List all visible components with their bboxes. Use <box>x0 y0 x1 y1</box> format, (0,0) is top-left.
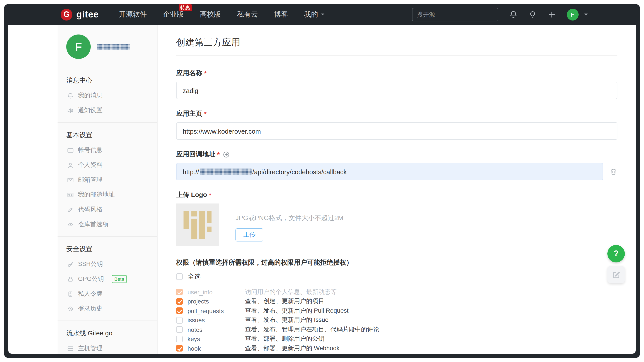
required-asterisk: * <box>209 191 212 199</box>
permission-name: hook <box>188 345 245 352</box>
sidebar-section: 流水线 Gitee go主机管理 <box>58 321 158 354</box>
lock-icon <box>67 276 74 282</box>
sidebar-item-token[interactable]: 私人令牌 <box>58 287 158 301</box>
sidebar-item-speaker[interactable]: 通知设置 <box>58 103 158 118</box>
permission-checkbox-pull_requests[interactable] <box>176 308 183 314</box>
label-text: 应用名称 <box>176 69 202 77</box>
permission-row-user_info: user_info访问用户的个人信息、最新动态等 <box>176 287 618 297</box>
main-panel: 创建第三方应用 应用名称 * 应用主页 * <box>158 25 636 354</box>
required-asterisk: * <box>217 151 220 158</box>
logo-art <box>182 209 213 241</box>
permission-row-groups: groups查看、管理用户的组织以及成员 <box>176 353 618 354</box>
permission-row-hook: hook查看、部署、更新用户的 Webhook <box>176 344 618 353</box>
nav-item-3[interactable]: 私有云 <box>237 10 258 19</box>
add-callback-icon[interactable] <box>223 151 230 158</box>
permissions-title: 权限（请慎重选择所需权限，过高的权限用户可能拒绝授权） <box>176 259 618 267</box>
chevron-down-icon <box>584 14 588 17</box>
feedback-edit-button[interactable] <box>607 266 625 283</box>
upload-button[interactable]: 上传 <box>236 228 263 242</box>
sidebar-item-label: 通知设置 <box>78 107 102 114</box>
sidebar-item-label: 仓库首选项 <box>78 221 108 228</box>
sidebar-item-envelope[interactable]: 邮箱管理 <box>58 172 158 187</box>
permission-description: 查看、发布、更新用户的 Issue <box>245 316 328 324</box>
callback-url-field: 应用回调地址 * http:// /api/directory/codehost… <box>176 150 618 180</box>
nav-item-5[interactable]: 我的 <box>304 10 324 19</box>
gitee-logo[interactable]: G gitee <box>60 9 99 20</box>
redacted-host <box>200 168 251 175</box>
sidebar-section: 基本设置帐号信息个人资料邮箱管理我的邮递地址代码风格仓库首选项 <box>58 123 158 237</box>
logo-row: JPG或PNG格式，文件大小不超过2M 上传 <box>176 204 618 246</box>
code-icon <box>67 221 74 228</box>
permission-name: projects <box>188 298 245 305</box>
permission-row-notes: notes查看、发布、管理用户在项目、代码片段中的评论 <box>176 325 618 334</box>
logo-hint: JPG或PNG格式，文件大小不超过2M <box>236 214 343 222</box>
callback-url-input[interactable]: http:// /api/directory/codehosts/callbac… <box>176 163 603 180</box>
nav-item-label: 私有云 <box>237 10 258 18</box>
app-logo-preview <box>176 204 219 246</box>
permission-checkbox-issues[interactable] <box>176 317 183 324</box>
sidebar-section-title: 基本设置 <box>58 128 158 143</box>
sidebar-item-label: 代码风格 <box>78 206 102 214</box>
nav-item-2[interactable]: 高校版 <box>200 10 221 19</box>
select-all-label: 全选 <box>188 272 200 281</box>
sidebar-item-address-card[interactable]: 我的邮递地址 <box>58 187 158 202</box>
label-text: 应用主页 <box>176 110 202 118</box>
label-text: 应用回调地址 <box>176 150 216 158</box>
settings-sidebar: F 消息中心我的消息通知设置基本设置帐号信息个人资料邮箱管理我的邮递地址代码风格… <box>58 25 158 354</box>
sidebar-item-pen[interactable]: 代码风格 <box>58 202 158 217</box>
nav-menu: 开源软件企业版特惠高校版私有云博客我的 <box>119 10 324 19</box>
sidebar-item-code[interactable]: 仓库首选项 <box>58 217 158 232</box>
permission-row-projects: projects查看、创建、更新用户的项目 <box>176 297 618 306</box>
sidebar-item-id-card[interactable]: 帐号信息 <box>58 143 158 158</box>
content-area: F 消息中心我的消息通知设置基本设置帐号信息个人资料邮箱管理我的邮递地址代码风格… <box>8 25 636 354</box>
nav-item-1[interactable]: 企业版特惠 <box>163 10 184 19</box>
nav-item-label: 高校版 <box>200 10 221 18</box>
envelope-icon <box>67 177 74 183</box>
sidebar-item-bell[interactable]: 我的消息 <box>58 88 158 103</box>
user-menu[interactable]: F <box>567 9 588 20</box>
label-text: 上传 Logo <box>176 191 207 199</box>
app-homepage-label: 应用主页 * <box>176 110 618 118</box>
permission-name: keys <box>188 335 245 342</box>
delete-callback-icon[interactable] <box>610 168 618 175</box>
permission-checkbox-keys[interactable] <box>176 336 183 342</box>
required-asterisk: * <box>204 69 207 77</box>
plus-icon[interactable] <box>548 10 556 19</box>
nav-item-label: 开源软件 <box>119 10 147 18</box>
permission-checkbox-hook[interactable] <box>176 345 183 352</box>
sidebar-item-key[interactable]: SSH公钥 <box>58 257 158 272</box>
permission-name: issues <box>188 317 245 324</box>
help-button[interactable]: ? <box>607 245 625 262</box>
gitee-brand-name: gitee <box>76 9 99 20</box>
redacted-username <box>97 44 130 50</box>
page-title: 创建第三方应用 <box>176 36 618 56</box>
app-homepage-field: 应用主页 * <box>176 110 618 140</box>
history-icon <box>67 306 74 312</box>
user-icon <box>67 162 74 168</box>
bulb-icon[interactable] <box>528 10 537 19</box>
sidebar-section: 消息中心我的消息通知设置 <box>58 68 158 123</box>
permission-description: 查看、部署、更新用户的 Webhook <box>245 344 340 352</box>
nav-item-4[interactable]: 博客 <box>274 10 288 19</box>
permission-name: user_info <box>188 289 245 296</box>
sidebar-item-lock[interactable]: GPG公钥Beta <box>58 272 158 287</box>
sidebar-item-label: 主机管理 <box>78 345 102 352</box>
gitee-logo-icon: G <box>60 9 72 20</box>
nav-item-0[interactable]: 开源软件 <box>119 10 147 19</box>
sidebar-item-server[interactable]: 主机管理 <box>58 341 158 354</box>
bell-icon[interactable] <box>509 10 518 19</box>
select-all-checkbox[interactable] <box>176 273 183 280</box>
sidebar-item-history[interactable]: 登录历史 <box>58 301 158 316</box>
avatar[interactable]: F <box>66 35 91 59</box>
sidebar-item-label: 邮箱管理 <box>78 176 102 184</box>
app-name-input[interactable] <box>176 82 618 99</box>
nav-item-label: 我的 <box>304 10 318 18</box>
permission-checkbox-projects[interactable] <box>176 298 183 305</box>
app-homepage-input[interactable] <box>176 122 618 140</box>
logo-label: 上传 Logo * <box>176 191 618 199</box>
sidebar-item-user[interactable]: 个人资料 <box>58 158 158 172</box>
search-input[interactable] <box>412 8 498 21</box>
permission-checkbox-notes[interactable] <box>176 326 183 333</box>
required-asterisk: * <box>204 110 207 117</box>
select-all-row[interactable]: 全选 <box>176 272 618 281</box>
